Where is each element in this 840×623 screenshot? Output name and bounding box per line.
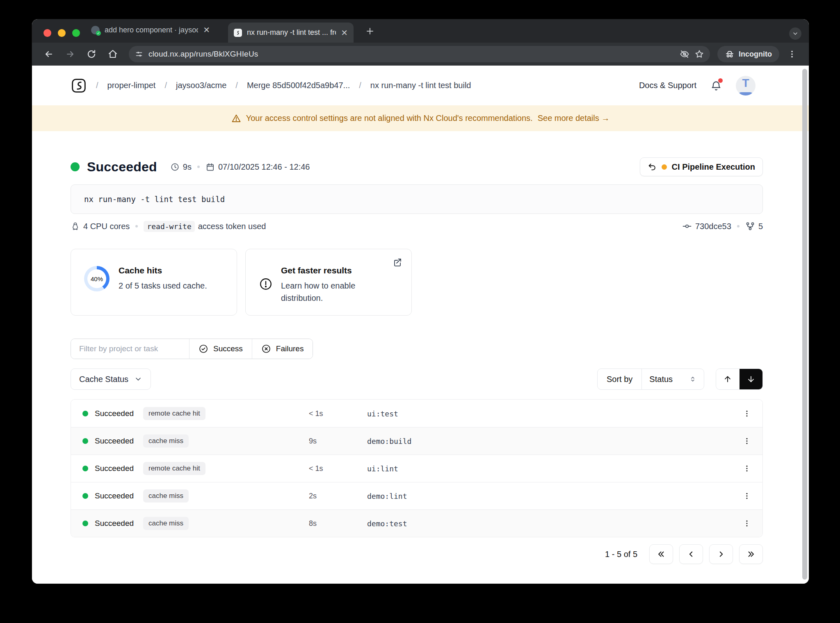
sort-value: Status: [649, 375, 673, 384]
table-row[interactable]: Succeeded cache miss 9s demo:build: [71, 427, 762, 455]
site-settings-icon[interactable]: [135, 50, 144, 59]
eye-slash-icon[interactable]: [680, 49, 689, 59]
commit-sha[interactable]: 730dce53: [695, 222, 731, 231]
table-row[interactable]: Succeeded remote cache hit < 1s ui:lint: [71, 455, 762, 482]
breadcrumb-workspace[interactable]: proper-limpet: [107, 81, 156, 90]
notifications-button[interactable]: [710, 80, 722, 91]
forward-button[interactable]: [62, 45, 79, 63]
address-bar[interactable]: cloud.nx.app/runs/BklXGHIeUs: [129, 46, 710, 62]
bookmark-star-icon[interactable]: [694, 49, 704, 59]
row-status: Succeeded: [95, 491, 134, 500]
last-page-button[interactable]: [739, 544, 763, 564]
first-page-button[interactable]: [649, 544, 673, 564]
filter-input[interactable]: [71, 339, 189, 359]
cache-hits-subtitle: 2 of 5 tasks used cache.: [119, 280, 207, 292]
row-menu-button[interactable]: [743, 437, 751, 445]
url-text[interactable]: cloud.nx.app/runs/BklXGHIeUs: [148, 50, 675, 59]
sort-select[interactable]: Status: [641, 369, 704, 389]
breadcrumb-merge[interactable]: Merge 85d500f42d5a9b47...: [247, 81, 350, 90]
tab-nx-run[interactable]: nx run-many -t lint test ... fro ✕: [228, 23, 354, 43]
browser-menu-button[interactable]: [783, 45, 801, 63]
failures-filter-button[interactable]: Failures: [252, 339, 313, 359]
close-tab-icon[interactable]: ✕: [341, 28, 348, 38]
avatar-letter: T: [736, 77, 756, 90]
notification-dot: [718, 78, 723, 83]
related-runs-count[interactable]: 5: [758, 222, 763, 231]
sort-direction-toggle: [716, 368, 763, 390]
nx-logo-icon[interactable]: [71, 77, 87, 94]
table-row[interactable]: Succeeded cache miss 2s demo:lint: [71, 482, 762, 509]
table-row[interactable]: Succeeded cache miss 8s demo:test: [71, 509, 762, 537]
chevrons-left-icon: [657, 550, 666, 559]
sort-descending-button[interactable]: [740, 369, 763, 389]
window-controls: [43, 29, 80, 37]
minimize-window-button[interactable]: [58, 29, 66, 37]
cache-hits-card[interactable]: 40% Cache hits 2 of 5 tasks used cache.: [71, 249, 237, 316]
previous-page-button[interactable]: [679, 544, 703, 564]
tab-add-hero-component[interactable]: ✓ add hero component · jaysoo ✕: [91, 25, 210, 35]
docs-support-link[interactable]: Docs & Support: [639, 81, 696, 90]
close-window-button[interactable]: [43, 29, 51, 37]
back-button[interactable]: [40, 45, 57, 63]
check-circle-icon: [199, 344, 208, 354]
success-filter-button[interactable]: Success: [189, 339, 252, 359]
faster-results-card[interactable]: Get faster results Learn how to enable d…: [245, 249, 412, 316]
page-scrollbar[interactable]: [802, 69, 807, 580]
home-button[interactable]: [104, 45, 121, 63]
tab-strip: ✓ add hero component · jaysoo ✕ nx run-m…: [32, 19, 809, 43]
row-status: Succeeded: [95, 409, 134, 418]
cpu-cores: 4 CPU cores: [83, 222, 130, 231]
sort-group: Sort by Status: [597, 368, 704, 390]
linux-icon: [71, 222, 80, 231]
row-status: Succeeded: [95, 519, 134, 528]
access-token-badge: read-write: [144, 221, 194, 232]
clock-icon: [170, 162, 180, 172]
tab-search-button[interactable]: [789, 27, 801, 40]
banner-details-link[interactable]: See more details →: [538, 114, 610, 123]
row-task[interactable]: demo:build: [367, 437, 411, 446]
nx-cloud-page: / proper-limpet / jaysoo3/acme / Merge 8…: [32, 66, 809, 584]
row-status-dot: [82, 493, 88, 499]
external-link-icon[interactable]: [393, 257, 402, 267]
next-page-button[interactable]: [709, 544, 733, 564]
new-tab-button[interactable]: [365, 26, 375, 36]
row-duration: 2s: [309, 492, 317, 500]
user-avatar[interactable]: T: [736, 76, 756, 95]
run-date-range: 07/10/2025 12:46 - 12:46: [218, 162, 310, 172]
row-menu-button[interactable]: [743, 464, 751, 473]
close-tab-icon[interactable]: ✕: [203, 25, 210, 35]
ci-pipeline-execution-button[interactable]: CI Pipeline Execution: [640, 157, 763, 176]
row-duration: < 1s: [309, 409, 323, 418]
row-task[interactable]: ui:test: [367, 409, 398, 418]
cache-hit-percent: 40%: [87, 269, 106, 288]
nx-cloud-favicon: [234, 29, 242, 37]
pipeline-label: CI Pipeline Execution: [672, 162, 755, 172]
cache-status-dropdown[interactable]: Cache Status: [71, 368, 151, 390]
row-menu-button[interactable]: [743, 492, 751, 500]
row-status-dot: [82, 521, 88, 526]
sort-ascending-button[interactable]: [716, 369, 740, 389]
maximize-window-button[interactable]: [72, 29, 80, 37]
run-meta-row: 4 CPU cores read-write access token used…: [71, 219, 763, 234]
chevron-updown-icon: [689, 375, 696, 383]
chevron-right-icon: [717, 550, 726, 559]
arrow-up-icon: [723, 375, 732, 384]
table-row[interactable]: Succeeded remote cache hit < 1s ui:test: [71, 400, 762, 427]
row-status: Succeeded: [95, 464, 134, 473]
tab-title: nx run-many -t lint test ... fro: [247, 28, 336, 37]
chevron-left-icon: [687, 550, 696, 559]
row-menu-button[interactable]: [743, 519, 751, 528]
row-menu-button[interactable]: [743, 409, 751, 418]
row-task[interactable]: demo:test: [367, 519, 407, 528]
pagination-range: 1 - 5 of 5: [605, 550, 637, 559]
access-token-text: access token used: [198, 222, 266, 231]
breadcrumb-run[interactable]: nx run-many -t lint test build: [370, 81, 471, 90]
header-actions: Docs & Support T: [639, 66, 756, 105]
incognito-badge: Incognito: [717, 46, 779, 62]
failures-filter-label: Failures: [276, 344, 304, 353]
row-task[interactable]: ui:lint: [367, 464, 398, 473]
row-task[interactable]: demo:lint: [367, 492, 407, 500]
run-status-row: Succeeded 9s 07/10/2025 12:46 - 12:46 CI…: [71, 157, 763, 177]
breadcrumb-repo[interactable]: jaysoo3/acme: [176, 81, 226, 90]
reload-button[interactable]: [83, 45, 100, 63]
